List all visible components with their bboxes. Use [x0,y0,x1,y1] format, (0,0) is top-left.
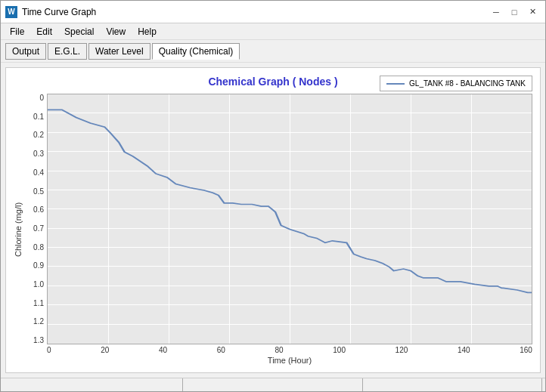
output-button[interactable]: Output [5,43,46,60]
status-bar [1,378,545,391]
quality-chemical-button[interactable]: Quality (Chemical) [152,43,240,60]
water-level-button[interactable]: Water Level [88,43,150,60]
content-area: Chemical Graph ( Nodes ) GL_TANK #8 - BA… [1,63,545,378]
menu-item-special[interactable]: Special [58,25,100,39]
plot-area [47,94,532,344]
chart-legend: GL_TANK #8 - BALANCING TANK [380,76,532,91]
app-icon: W [5,6,17,18]
title-bar-left: W Time Curve Graph [5,6,96,18]
title-bar: W Time Curve Graph ─ □ ✕ [1,1,545,23]
x-axis-label: Time (Hour) [26,356,532,365]
menu-item-help[interactable]: Help [132,25,163,39]
legend-label: GL_TANK #8 - BALANCING TANK [409,79,526,88]
chart-area: Chlorine (mg/l) 1.3 1.2 1.1 1.0 0.9 0.8 … [14,94,532,365]
maximize-button[interactable]: □ [506,5,523,19]
legend-line-icon [386,83,405,85]
minimize-button[interactable]: ─ [488,5,504,19]
status-section-2 [183,378,362,391]
status-section-1 [4,378,183,391]
chart-curve [48,94,532,344]
plot-with-yaxis: 1.3 1.2 1.1 1.0 0.9 0.8 0.7 0.6 0.5 0.4 … [26,94,532,344]
egl-button[interactable]: E.G.L. [48,43,87,60]
chart-container: Chemical Graph ( Nodes ) GL_TANK #8 - BA… [5,67,541,373]
menu-bar: FileEditSpecialViewHelp [1,23,545,40]
menu-item-file[interactable]: File [4,25,30,39]
close-button[interactable]: ✕ [524,5,541,19]
menu-item-view[interactable]: View [100,25,132,39]
chart-inner: 1.3 1.2 1.1 1.0 0.9 0.8 0.7 0.6 0.5 0.4 … [26,94,532,365]
window-title: Time Curve Graph [22,7,96,17]
title-bar-controls: ─ □ ✕ [488,5,541,19]
x-ticks: 0 20 40 60 80 100 120 140 160 [26,344,532,354]
status-section-3 [363,378,542,391]
menu-item-edit[interactable]: Edit [30,25,58,39]
y-axis-label: Chlorine (mg/l) [14,94,23,365]
main-window: W Time Curve Graph ─ □ ✕ FileEditSpecial… [0,0,546,392]
y-ticks: 1.3 1.2 1.1 1.0 0.9 0.8 0.7 0.6 0.5 0.4 … [26,94,47,344]
toolbar: Output E.G.L. Water Level Quality (Chemi… [1,40,545,63]
